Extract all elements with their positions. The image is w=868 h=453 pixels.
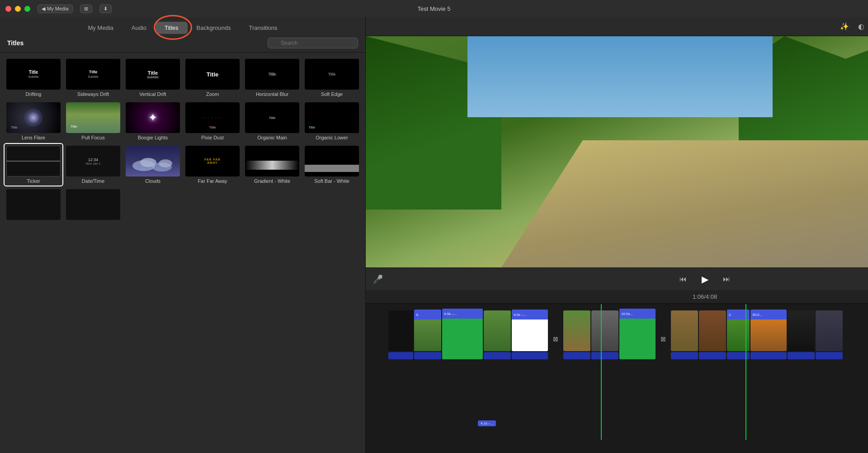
title-thumb-softbarwhite [305,146,359,176]
title-label-zoom: Zoom [206,91,219,97]
clip-12-label: 30.0... [752,313,762,317]
clip-8[interactable]: 10.0s... [619,309,656,359]
timeline-area[interactable]: 4. 4.0s –... [366,304,868,453]
download-button[interactable]: ⬇ [99,5,112,13]
title-label-organicmain: Organic Main [257,135,287,140]
clip-2[interactable]: 4. [414,310,441,359]
transition-icon-1: ⊠ [549,319,562,359]
title-item-row4b[interactable] [64,187,122,224]
ticker-line2 [33,161,60,162]
title-thumb-organicmain: Title [245,102,299,133]
title-item-horizontal-blur[interactable]: Title Horizontal Blur [243,57,301,99]
playhead-line [601,304,602,440]
lensflare-graphic [24,109,42,127]
play-button[interactable]: ▶ [698,272,712,286]
title-item-far-far-away[interactable]: FAR FARAWAY Far Far Away [184,144,241,186]
titlebar: ◀ My Media ⊞ ⬇ Test Movie 5 [0,0,868,17]
title-item-pull-focus[interactable]: Title Pull Focus [64,100,122,142]
title-thumb-pullfocus: Title [66,102,120,133]
time-current: 1:06 [693,293,704,300]
tab-titles[interactable]: Titles [156,22,188,34]
datetime-graphic: 12:34 Mon Jan 1 [86,157,101,165]
clip-12[interactable]: 30.0... [750,310,787,359]
toolbar: ✨ ◐ 🎨 ⊡ 📷 🔊 📊 ⟳ 🌐 ⓘ Reset All [366,17,868,36]
title-item-soft-edge[interactable]: Title Soft Edge [303,57,361,99]
title-label-ticker: Ticker [27,178,40,184]
title-item-drifting[interactable]: Title Subtitle Drifting [5,57,62,99]
title-label-gradientwhite: Gradient - White [254,178,290,184]
title-item-organic-main[interactable]: Title Organic Main [243,100,301,142]
clip-9[interactable] [671,310,698,359]
projects-button[interactable]: ◀ My Media [38,5,73,13]
pixiedust-graphic: · · · · · [204,116,221,120]
microphone-button[interactable]: 🎤 [373,274,383,284]
back-icon: ◀ [42,6,45,12]
clip-5[interactable]: 4.0s –... [512,310,548,359]
skip-forward-button[interactable]: ⏭ [723,275,730,283]
title-item-organic-lower[interactable]: Title Organic Lower [303,100,361,142]
clip-8-label: 10.0s... [621,312,633,316]
title-item-date-time[interactable]: 12:34 Mon Jan 1 Date/Time [64,144,122,186]
title-item-vertical-drift[interactable]: Title Subtitle Vertical Drift [124,57,182,99]
title-label-pixiedust: Pixie Dust [201,135,224,140]
tab-backgrounds[interactable]: Backgrounds [188,22,240,34]
contrast-icon[interactable]: ◐ [856,20,866,33]
tab-transitions[interactable]: Transitions [240,22,286,34]
clip-7[interactable] [591,310,618,359]
skip-back-button[interactable]: ⏮ [679,275,687,283]
minimize-button[interactable] [15,6,21,12]
softbar-graphic [305,165,359,172]
title-item-sideways-drift[interactable]: Title Subtitle Sideways Drift [64,57,122,99]
clip-3[interactable]: 4.0s –... [442,309,483,359]
video-preview [366,36,868,267]
clip-10[interactable] [699,310,726,359]
title-item-gradient-white[interactable]: Gradient - White [243,144,301,186]
wand-icon[interactable]: ✨ [838,20,851,33]
pullfocus-scene: Title [66,102,120,133]
clip-1[interactable] [388,310,413,359]
right-panel: ✨ ◐ 🎨 ⊡ 📷 🔊 📊 ⟳ 🌐 ⓘ Reset All [366,17,868,453]
maximize-button[interactable] [24,6,30,12]
title-item-pixie-dust[interactable]: · · · · · Title Pixie Dust [184,100,241,142]
clip-6[interactable] [563,310,590,359]
time-indicator: 1:06 / 4:08 Setti... [366,290,868,304]
title-label-datetime: Date/Time [82,178,104,184]
title-thumb-row4a [6,189,61,220]
media-browser-button[interactable]: ⊞ [80,5,92,13]
left-panel: My Media Audio Titles Backgrounds Transi… [0,17,366,453]
clip-14[interactable] [816,310,843,359]
video-road [501,140,868,267]
subtitle-1-label: 4.1s –... [481,421,493,425]
title-item-zoom[interactable]: Title Zoom [184,57,241,99]
title-item-clouds[interactable]: Clouds [124,144,182,186]
ticker-line1 [7,161,33,162]
nav-tabs: My Media Audio Titles Backgrounds Transi… [0,17,365,34]
tab-audio[interactable]: Audio [123,22,156,34]
close-button[interactable] [5,6,11,12]
clip-5-label: 4.0s –... [514,313,526,317]
clip-3-label: 4.0s –... [444,312,457,316]
playhead-line-2 [745,304,746,440]
title-item-soft-bar-white[interactable]: Soft Bar - White [303,144,361,186]
clip-4[interactable] [484,310,511,359]
title-thumb-zoom: Title [185,59,240,90]
projects-label: My Media [47,6,69,11]
svg-point-3 [159,159,172,167]
title-item-boogie-lights[interactable]: ✦ Boogie Lights [124,100,182,142]
clouds-graphic [130,150,175,172]
clip-13[interactable] [788,310,815,359]
panel-header: Titles 🔍 [0,34,365,52]
title-item-ticker[interactable]: Ticker [5,144,62,186]
title-thumb-vertical: Title Subtitle [126,59,180,90]
title-item-lens-flare[interactable]: Title Lens Flare [5,100,62,142]
title-label-organiclower: Organic Lower [316,135,348,140]
tab-my-media[interactable]: My Media [79,22,122,34]
title-label-pullfocus: Pull Focus [81,135,104,140]
search-input[interactable] [268,38,358,48]
title-item-row4a[interactable] [5,187,62,224]
title-label-softedge: Soft Edge [321,91,343,97]
transition-icon-2: ⊠ [656,319,670,359]
pullfocus-text: Title [71,124,77,129]
timeline-clips[interactable]: 4. 4.0s –... [366,304,868,440]
main-track: 4. 4.0s –... [388,309,843,359]
